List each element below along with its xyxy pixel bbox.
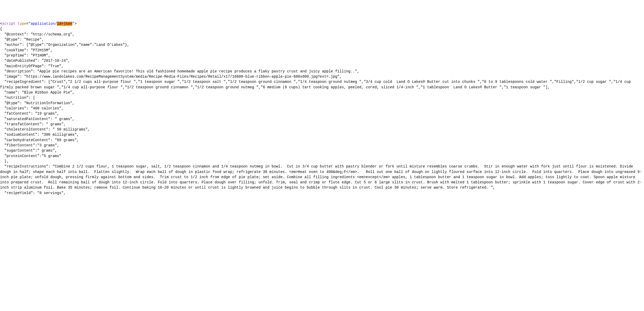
json-line-11: "name": "Blue Ribbon Apple Pie", <box>0 90 75 95</box>
json-line-2: "@type": "Recipe", <box>0 38 44 42</box>
json-line-9: "image": "https://www.landolakes.com/Rec… <box>0 74 342 79</box>
json-line-10: "recipeIngredient": ["Crust","2 1/2 cups… <box>0 80 633 89</box>
json-line-17: "transfatContent": " grams", <box>0 122 66 126</box>
json-line-23: "proteinContent":"5 grams" <box>0 154 61 158</box>
json-line-22: "sugarContent":" grams", <box>0 148 57 153</box>
script-tag-open: <script type="application/ld+json"> <box>0 22 77 26</box>
attr-quote-open: " <box>28 22 31 26</box>
json-line-6: "datePublished": "2017-10-24", <box>0 59 70 63</box>
attr-value-prefix: application/ <box>31 22 57 26</box>
attr-type-name: type <box>17 22 26 26</box>
attr-quote-close: " <box>72 22 74 26</box>
json-line-25: "recipeInstructions": "Combine 2 1/2 cup… <box>0 164 642 190</box>
equals: = <box>26 22 28 26</box>
json-line-4: "cookTime": "PT2H15M", <box>0 48 53 52</box>
json-line-1: "@context": "http://schema.org", <box>0 32 75 36</box>
json-line-24: }, <box>0 159 9 163</box>
json-line-7: "mainEntityOfPage": "True", <box>0 64 64 68</box>
json-line-0: { <box>0 27 2 31</box>
json-line-21: "fiberContent":"3 grams", <box>0 143 59 147</box>
json-line-5: "prepTime": "PT1H0M", <box>0 53 50 58</box>
json-line-13: "@type": "NutritionInformation", <box>0 101 75 105</box>
json-line-20: "carbohydrateContent": "69 grams", <box>0 138 79 142</box>
tag-name: script <box>2 22 15 26</box>
json-line-15: "fatContent": "19 grams", <box>0 111 59 116</box>
json-line-18: "cholesterolContent": " 50 milligrams", <box>0 127 90 132</box>
json-line-3: "author": {"@type":"Organization","name"… <box>0 43 129 47</box>
attr-value-highlight: ld+json <box>57 22 72 26</box>
json-line-26: "recipeYield": "8 servings", <box>0 191 66 195</box>
json-line-16: "saturatedFatContent": " grams", <box>0 117 75 121</box>
json-line-19: "sodiumContent": "300 milligrams", <box>0 133 79 137</box>
json-line-8: "description": "Apple pie recipes are an… <box>0 69 359 73</box>
json-line-12: "nutrition": { <box>0 96 35 100</box>
code-view: <script type="application/ld+json"> { "@… <box>0 21 644 196</box>
bracket-close: > <box>75 22 77 26</box>
json-line-14: "calories": "460 calories", <box>0 106 64 110</box>
